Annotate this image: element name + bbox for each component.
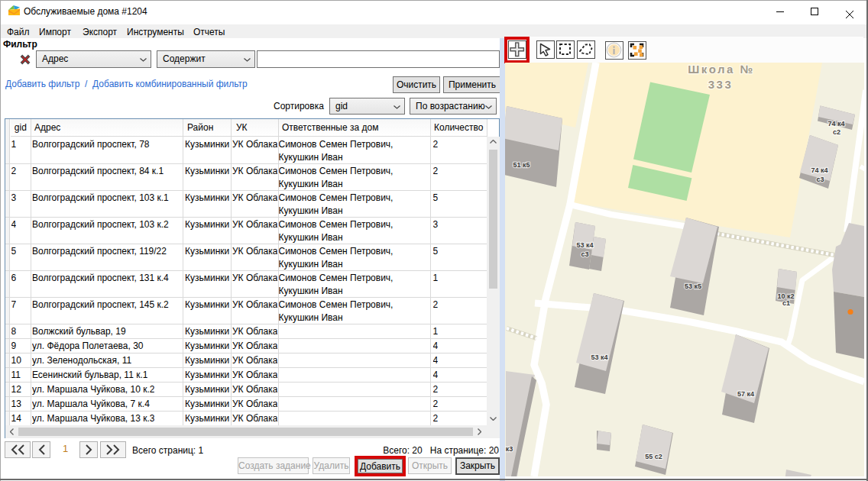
svg-text:10 к2: 10 к2 xyxy=(777,292,794,300)
svg-text:с2: с2 xyxy=(833,128,840,136)
svg-text:с3: с3 xyxy=(581,250,588,258)
svg-text:с1: с1 xyxy=(782,299,790,307)
svg-text:53 к4: 53 к4 xyxy=(591,353,607,361)
svg-text:51 к5: 51 к5 xyxy=(513,161,530,169)
svg-text:53 к4: 53 к4 xyxy=(576,241,593,249)
svg-text:с3: с3 xyxy=(816,176,824,183)
svg-text:53 к5: 53 к5 xyxy=(685,282,701,290)
svg-text:Школа №: Школа № xyxy=(688,63,754,76)
svg-text:74 к4: 74 к4 xyxy=(811,166,828,174)
svg-text:333: 333 xyxy=(708,78,734,91)
svg-text:55 с2: 55 с2 xyxy=(645,453,662,460)
svg-text:74 к4: 74 к4 xyxy=(828,120,844,128)
svg-text:к3: к3 xyxy=(506,445,513,453)
svg-text:57 к4: 57 к4 xyxy=(737,390,754,398)
